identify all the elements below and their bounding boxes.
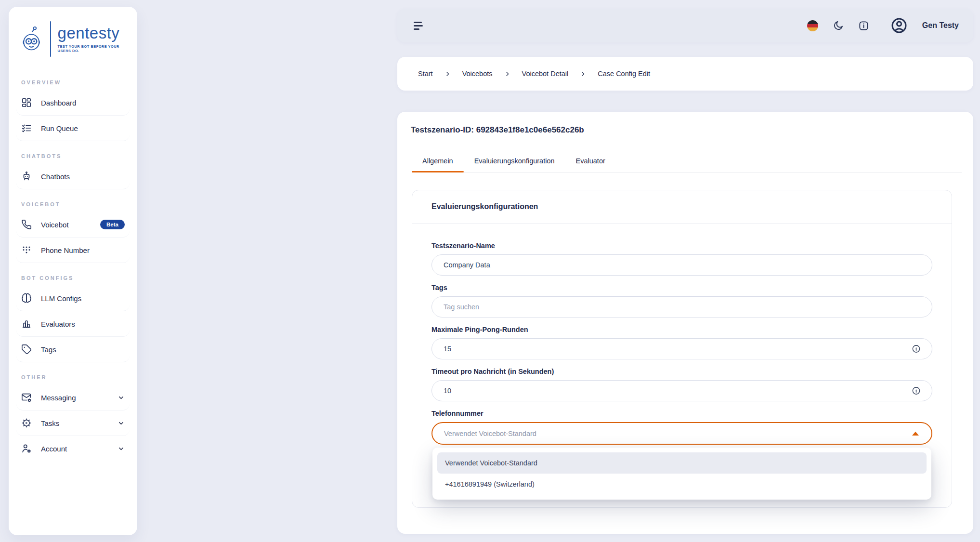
testszenario-name-input[interactable] (431, 254, 932, 276)
sidebar-item-account[interactable]: Account (16, 436, 130, 461)
sidebar-item-chatbots[interactable]: Chatbots (16, 164, 130, 189)
hamburger-menu-icon[interactable] (412, 20, 425, 32)
section-label-bot-configs: BOT CONFIGS (21, 275, 125, 281)
breadcrumb-item-case-config-edit[interactable]: Case Config Edit (598, 70, 650, 78)
breadcrumb-item-voicebots[interactable]: Voicebots (462, 70, 493, 78)
chevron-right-icon (504, 71, 510, 77)
sidebar-item-llm-configs[interactable]: LLM Configs (16, 286, 130, 311)
sidebar-item-label: Voicebot (41, 221, 69, 229)
tab-allgemein[interactable]: Allgemein (412, 151, 464, 172)
sidebar-item-voicebot[interactable]: Voicebot Beta (16, 212, 130, 238)
dark-mode-moon-icon[interactable] (833, 20, 844, 31)
breadcrumb: Start Voicebots Voicebot Detail Case Con… (397, 57, 973, 91)
sidebar-item-label: Phone Number (41, 246, 90, 254)
tags-search-input[interactable] (431, 296, 932, 317)
sidebar-item-label: Tasks (41, 419, 59, 427)
field-telefonnummer: Telefonnummer Verwendet Voicebot-Standar… (431, 410, 932, 445)
field-label: Telefonnummer (431, 410, 932, 417)
card-title: Evaluierungskonfigurationen (412, 190, 952, 224)
sidebar-item-tasks[interactable]: Tasks (16, 410, 130, 436)
field-label: Maximale Ping-Pong-Runden (431, 326, 932, 333)
field-timeout: Timeout pro Nachricht (in Sekunden) (431, 368, 932, 401)
dropdown-option-switzerland-number[interactable]: +41616891949 (Switzerland) (437, 474, 927, 495)
info-icon[interactable] (912, 386, 921, 396)
telefonnummer-select[interactable]: Verwendet Voicebot-Standard Verwendet Vo… (431, 422, 932, 445)
sidebar-item-run-queue[interactable]: Run Queue (16, 116, 130, 141)
field-label: Tags (431, 284, 932, 291)
chevron-down-icon (118, 420, 125, 427)
sidebar-nav: OVERVIEW Dashboard Run Queue CHATBOTS Ch… (16, 79, 130, 461)
sidebar-item-messaging[interactable]: Messaging (16, 385, 130, 410)
section-label-overview: OVERVIEW (21, 79, 125, 85)
brand-name: gentesty (58, 25, 128, 41)
chevron-down-icon (118, 394, 125, 401)
mail-gear-icon (21, 392, 32, 403)
brand-tagline: TEST YOUR BOT BEFORE YOUR USERS DO. (58, 44, 128, 53)
sidebar-item-evaluators[interactable]: Evaluators (16, 311, 130, 337)
logo-divider (50, 21, 51, 57)
sidebar-item-label: Messaging (41, 394, 76, 402)
bar-chart-icon (21, 318, 32, 329)
sidebar-item-label: Evaluators (41, 320, 75, 328)
field-tags: Tags (431, 284, 932, 317)
section-label-chatbots: CHATBOTS (21, 153, 125, 159)
run-queue-icon (21, 123, 32, 133)
field-label: Timeout pro Nachricht (in Sekunden) (431, 368, 932, 375)
sidebar-item-label: LLM Configs (41, 294, 81, 303)
brand-logo[interactable]: gentesty TEST YOUR BOT BEFORE YOUR USERS… (16, 7, 130, 67)
chevron-down-icon (118, 445, 125, 452)
sidebar-item-dashboard[interactable]: Dashboard (16, 90, 130, 116)
chatbot-icon (21, 171, 32, 182)
brain-icon (21, 293, 32, 304)
section-label-voicebot: VOICEBOT (21, 201, 125, 207)
breadcrumb-item-voicebot-detail[interactable]: Voicebot Detail (522, 70, 569, 78)
chevron-right-icon (444, 71, 451, 77)
info-icon[interactable] (858, 20, 869, 31)
chevron-up-icon (912, 432, 919, 436)
tab-evaluierungskonfiguration[interactable]: Evaluierungskonfiguration (464, 151, 565, 172)
page-title: Testszenario-ID: 692843e1f8e1c0e6e562c26… (397, 112, 973, 144)
select-value: Verwendet Voicebot-Standard (444, 430, 536, 437)
tabs: Allgemein Evaluierungskonfiguration Eval… (412, 151, 962, 172)
chevron-right-icon (580, 71, 586, 77)
breadcrumb-item-start[interactable]: Start (418, 70, 433, 78)
user-avatar-icon[interactable] (890, 17, 908, 34)
sidebar-item-label: Dashboard (41, 99, 76, 107)
sidebar-item-label: Account (41, 445, 67, 453)
evaluation-config-card: Evaluierungskonfigurationen Testszenario… (412, 190, 952, 508)
user-gear-icon (21, 443, 32, 454)
user-name[interactable]: Gen Testy (922, 21, 959, 30)
field-testszenario-name: Testszenario-Name (431, 242, 932, 276)
info-icon[interactable] (912, 344, 921, 354)
tag-icon (21, 344, 32, 355)
robot-logo-icon (20, 22, 43, 56)
telefonnummer-dropdown: Verwendet Voicebot-Standard +41616891949… (432, 448, 931, 500)
sidebar-item-label: Tags (41, 345, 56, 354)
main-column: Gen Testy Start Voicebots Voicebot Detai… (397, 0, 973, 534)
beta-badge: Beta (100, 220, 125, 229)
field-max-ping-pong: Maximale Ping-Pong-Runden (431, 326, 932, 359)
top-header-bar: Gen Testy (397, 9, 973, 42)
sidebar-item-tags[interactable]: Tags (16, 337, 130, 362)
sidebar-item-phone-number[interactable]: Phone Number (16, 238, 130, 263)
gear-play-icon (21, 418, 32, 428)
section-label-other: OTHER (21, 374, 125, 380)
max-ping-pong-input[interactable] (431, 338, 932, 359)
dropdown-option-voicebot-standard[interactable]: Verwendet Voicebot-Standard (437, 452, 927, 474)
sidebar: gentesty TEST YOUR BOT BEFORE YOUR USERS… (9, 7, 137, 535)
timeout-input[interactable] (431, 380, 932, 401)
sidebar-item-label: Run Queue (41, 124, 78, 132)
german-flag-icon[interactable] (807, 20, 818, 31)
sidebar-item-label: Chatbots (41, 172, 70, 181)
field-label: Testszenario-Name (431, 242, 932, 250)
dashboard-icon (21, 97, 32, 108)
content-card: Testszenario-ID: 692843e1f8e1c0e6e562c26… (397, 112, 973, 534)
dialpad-icon (21, 245, 32, 255)
tab-evaluator[interactable]: Evaluator (565, 151, 616, 172)
voicebot-icon (21, 219, 32, 230)
